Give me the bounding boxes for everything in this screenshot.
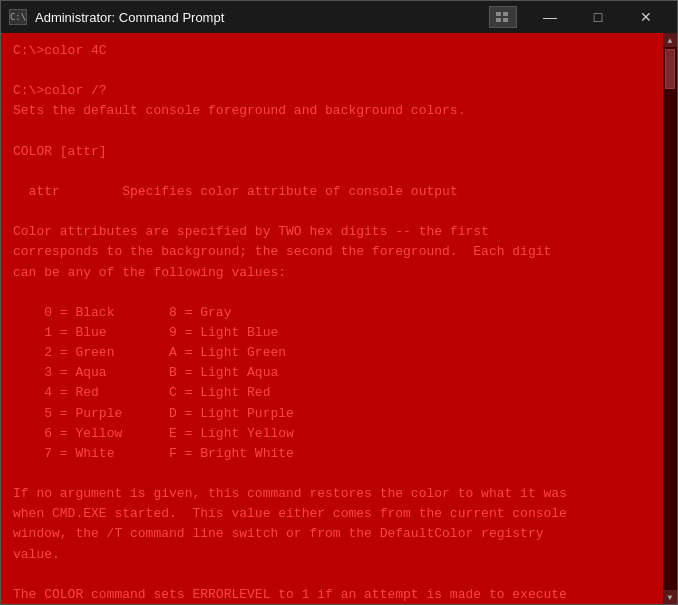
console-area: C:\>color 4C C:\>color /? Sets the defau… xyxy=(1,33,677,604)
title-bar: C:\ Administrator: Command Prompt — □ xyxy=(1,1,677,33)
toolbar-icon[interactable] xyxy=(489,6,517,28)
title-bar-controls: — □ ✕ xyxy=(489,1,669,33)
icon-text: C:\ xyxy=(10,12,26,22)
maximize-icon: □ xyxy=(594,9,602,25)
scrollbar[interactable]: ▲ ▼ xyxy=(663,33,677,604)
console-output[interactable]: C:\>color 4C C:\>color /? Sets the defau… xyxy=(1,33,663,604)
scrollbar-thumb[interactable] xyxy=(665,49,675,89)
window-icon: C:\ xyxy=(9,9,27,25)
svg-rect-0 xyxy=(496,12,501,16)
maximize-button[interactable]: □ xyxy=(575,1,621,33)
title-bar-left: C:\ Administrator: Command Prompt xyxy=(9,9,224,25)
scrollbar-track[interactable] xyxy=(663,47,677,590)
scroll-down-arrow[interactable]: ▼ xyxy=(663,590,677,604)
close-icon: ✕ xyxy=(640,9,652,25)
grid-icon xyxy=(496,12,510,22)
scroll-up-arrow[interactable]: ▲ xyxy=(663,33,677,47)
minimize-button[interactable]: — xyxy=(527,1,573,33)
close-button[interactable]: ✕ xyxy=(623,1,669,33)
main-window: C:\ Administrator: Command Prompt — □ xyxy=(0,0,678,605)
svg-rect-2 xyxy=(496,18,501,22)
minimize-icon: — xyxy=(543,9,557,25)
window-title: Administrator: Command Prompt xyxy=(35,10,224,25)
svg-rect-3 xyxy=(503,18,508,22)
svg-rect-1 xyxy=(503,12,508,16)
